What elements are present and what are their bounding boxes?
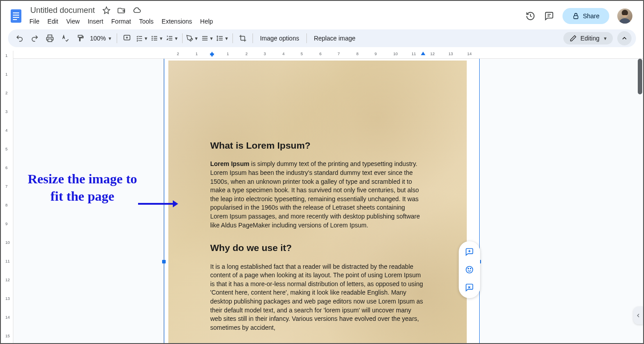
mode-label: Editing [580, 35, 599, 42]
lead-bold: Lorem Ipsum [210, 160, 249, 167]
crop-button[interactable] [236, 31, 250, 45]
menu-tools[interactable]: Tools [139, 18, 154, 25]
selection-edge-right [479, 59, 480, 343]
paragraph-1: is simply dummy text of the printing and… [210, 160, 420, 228]
separator [253, 33, 253, 43]
docs-logo[interactable] [8, 8, 24, 24]
chevron-down-icon: ▼ [174, 36, 179, 41]
spellcheck-button[interactable] [58, 31, 72, 45]
undo-button[interactable] [12, 31, 27, 45]
menu-file[interactable]: File [29, 18, 40, 25]
zoom-select[interactable]: 100% ▼ [88, 35, 114, 42]
horizontal-ruler: 2 1 1 2 3 4 5 6 7 8 9 10 11 12 13 14 [13, 51, 643, 59]
svg-point-13 [468, 268, 469, 269]
history-icon[interactable] [525, 11, 536, 21]
line-spacing-button[interactable]: ▼ [216, 31, 230, 45]
chevron-down-icon: ▼ [108, 36, 112, 41]
resize-handle-left[interactable] [162, 260, 166, 263]
separator [182, 33, 183, 43]
comment-rail [459, 241, 480, 298]
svg-rect-1 [13, 12, 19, 13]
svg-point-9 [152, 36, 152, 36]
chevron-down-icon: ▼ [209, 36, 214, 41]
separator [117, 33, 117, 43]
numbered-list-button[interactable]: ▼ [165, 31, 179, 45]
checklist-button[interactable]: ▼ [135, 31, 149, 45]
svg-rect-5 [574, 16, 578, 19]
menu-insert[interactable]: Insert [88, 18, 103, 25]
chevron-down-icon: ▼ [144, 36, 148, 41]
share-label: Share [583, 12, 599, 20]
svg-rect-7 [48, 39, 52, 42]
titlebar: Untitled document File Edit View Insert … [1, 1, 643, 28]
first-line-indent-marker[interactable] [210, 53, 214, 57]
heading-1: What is Lorem Ipsum? [210, 139, 424, 152]
annotation-arrow-icon [138, 199, 178, 210]
menu-view[interactable]: View [66, 18, 80, 25]
menu-edit[interactable]: Edit [48, 18, 58, 25]
replace-image-button[interactable]: Replace image [310, 33, 360, 44]
border-color-button[interactable]: ▼ [185, 31, 200, 45]
star-icon[interactable] [102, 6, 111, 15]
chevron-down-icon: ▼ [224, 36, 229, 41]
heading-2: Why do we use it? [210, 241, 424, 254]
svg-rect-0 [11, 9, 21, 23]
suggest-edit-icon[interactable] [461, 279, 477, 295]
paint-format-button[interactable] [73, 31, 87, 45]
cloud-status-icon[interactable] [132, 6, 141, 15]
add-comment-icon[interactable] [461, 244, 477, 260]
svg-rect-2 [13, 15, 19, 16]
menu-help[interactable]: Help [200, 18, 213, 25]
indent-marker-right[interactable] [421, 52, 425, 55]
svg-rect-3 [13, 17, 19, 18]
avatar[interactable] [617, 8, 632, 24]
annotation-text: Resize the image to fit the page [22, 170, 143, 205]
side-panel-toggle[interactable] [633, 307, 643, 324]
chevron-down-icon: ▼ [194, 36, 199, 41]
toolbar: 100% ▼ ▼ ▼ ▼ ▼ ▼ ▼ Image options Replace… [8, 29, 636, 47]
bulleted-list-button[interactable]: ▼ [150, 31, 164, 45]
svg-marker-16 [173, 200, 178, 207]
menu-extensions[interactable]: Extensions [162, 18, 192, 25]
editing-mode-button[interactable]: Editing ▼ [563, 32, 613, 45]
menu-format[interactable]: Format [111, 18, 131, 25]
page-text: What is Lorem Ipsum? Lorem Ipsum is simp… [210, 139, 424, 343]
print-button[interactable] [43, 31, 57, 45]
svg-point-14 [470, 268, 471, 269]
document-canvas[interactable]: What is Lorem Ipsum? Lorem Ipsum is simp… [13, 59, 643, 343]
collapse-toolbar-button[interactable] [617, 31, 632, 45]
vertical-ruler: 1 1 2 3 4 5 6 7 8 9 10 11 12 13 14 15 [1, 51, 13, 343]
redo-button[interactable] [28, 31, 42, 45]
align-button[interactable]: ▼ [200, 31, 215, 45]
svg-point-12 [466, 267, 473, 273]
svg-point-10 [152, 38, 152, 38]
share-button[interactable]: Share [562, 8, 609, 24]
add-emoji-icon[interactable] [461, 262, 477, 278]
add-comment-button[interactable] [120, 31, 134, 45]
separator [306, 33, 307, 43]
chevron-down-icon: ▼ [603, 36, 607, 41]
move-icon[interactable] [117, 6, 126, 15]
separator [232, 33, 233, 43]
svg-point-11 [152, 40, 152, 40]
scrollbar-thumb[interactable] [638, 59, 642, 94]
comments-icon[interactable] [544, 11, 554, 21]
svg-rect-4 [13, 19, 17, 20]
image-options-button[interactable]: Image options [256, 33, 304, 44]
chevron-down-icon: ▼ [159, 36, 163, 41]
zoom-value: 100% [90, 35, 106, 42]
paragraph-2: It is a long established fact that a rea… [210, 263, 424, 332]
menubar: File Edit View Insert Format Tools Exten… [29, 16, 525, 28]
document-title[interactable]: Untitled document [29, 5, 97, 16]
